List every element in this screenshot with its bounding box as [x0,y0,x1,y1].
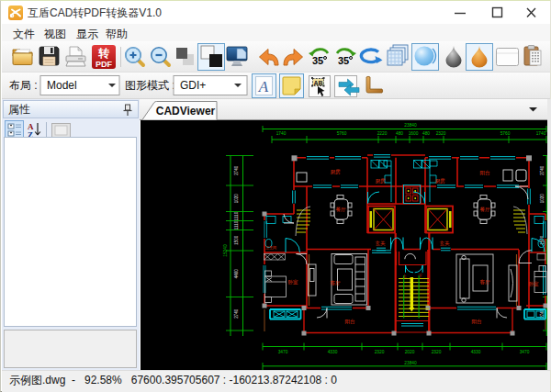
svg-text:5760: 5760 [500,131,511,136]
svg-text:480: 480 [422,131,430,136]
svg-text:CADViewer: CADViewer [156,105,216,118]
svg-text:阳台: 阳台 [480,170,490,176]
svg-text:3470: 3470 [520,350,530,354]
svg-text:AB: AB [313,80,322,86]
svg-text:厨房: 厨房 [331,169,342,174]
svg-text:2740: 2740 [541,165,545,175]
svg-text:餐厅: 餐厅 [336,207,347,212]
svg-text:转: 转 [97,47,110,60]
svg-text:35: 35 [338,55,349,66]
svg-text:35: 35 [312,55,323,66]
svg-text:5760: 5760 [337,131,347,136]
svg-text:卫生间: 卫生间 [265,245,276,251]
svg-text:4460: 4460 [234,269,239,279]
svg-text:GDI+: GDI+ [180,79,206,92]
svg-text:上: 上 [402,274,407,278]
svg-text:客厅: 客厅 [331,280,342,286]
svg-text:玄关: 玄关 [376,241,387,246]
svg-text:布局 :: 布局 : [9,79,38,92]
svg-text:480: 480 [396,131,403,136]
svg-text:1740: 1740 [276,131,287,136]
svg-text:4330: 4330 [328,350,338,354]
svg-text:下: 下 [418,274,422,278]
svg-text:2320: 2320 [432,350,442,354]
svg-text:2320: 2320 [436,131,446,136]
svg-text:1600: 1600 [409,131,419,136]
svg-text:卧室: 卧室 [529,281,540,286]
svg-text:阳台: 阳台 [472,319,482,325]
svg-text:1110: 1110 [234,211,239,220]
svg-text:Model: Model [47,79,77,92]
svg-text:2020: 2020 [405,350,415,354]
svg-text:A: A [258,78,269,95]
svg-text:23840: 23840 [404,361,417,365]
svg-text:1110: 1110 [234,220,239,230]
svg-text:卧室: 卧室 [288,279,299,285]
svg-text:23840: 23840 [404,123,417,128]
svg-text:3470: 3470 [278,350,288,354]
svg-text:15240: 15240 [223,244,228,257]
svg-text:2740: 2740 [234,165,239,175]
svg-text:厨房: 厨房 [376,178,387,184]
svg-text:阳台: 阳台 [345,319,355,325]
svg-text:2220: 2220 [377,131,388,136]
svg-text:客厅: 客厅 [480,279,491,286]
svg-text:2320: 2320 [375,350,385,354]
svg-text:厨房: 厨房 [435,178,446,184]
svg-text:1500: 1500 [234,235,239,245]
svg-text:4330: 4330 [471,350,481,354]
svg-text:玄关: 玄关 [440,241,451,246]
svg-text:1020: 1020 [541,194,545,204]
svg-text:1740: 1740 [536,131,546,136]
svg-text:2740: 2740 [234,308,239,319]
svg-text:1020: 1020 [234,194,239,204]
svg-text:餐厅: 餐厅 [480,207,491,212]
svg-text:图形模式 :: 图形模式 : [125,79,175,92]
svg-text:PDF: PDF [96,60,113,69]
